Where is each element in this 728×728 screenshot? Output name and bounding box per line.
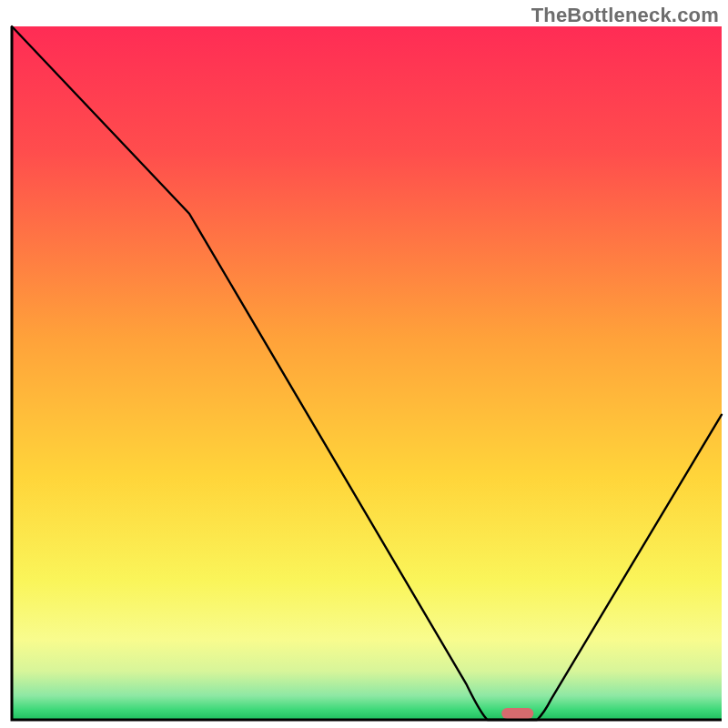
watermark-text: TheBottleneck.com [531, 4, 719, 27]
chart-svg [0, 0, 728, 728]
bottleneck-chart: TheBottleneck.com [0, 0, 728, 728]
valley-marker [501, 708, 533, 719]
plot-background [12, 26, 722, 720]
